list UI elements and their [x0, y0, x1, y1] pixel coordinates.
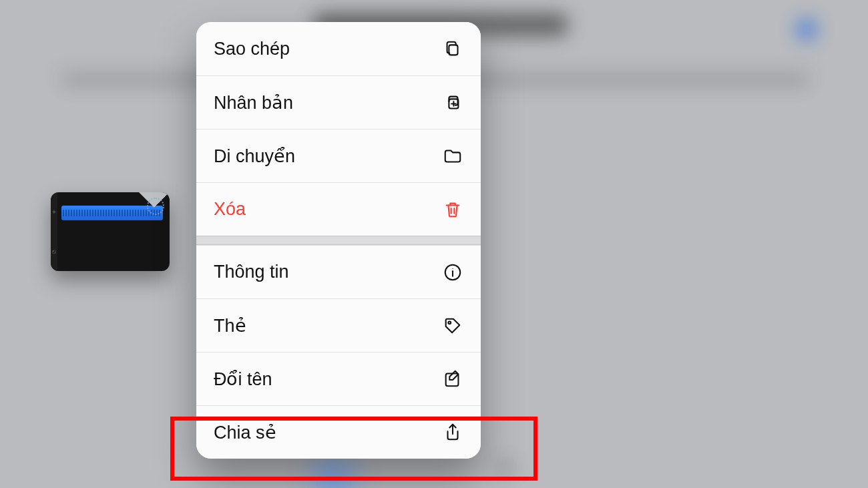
- menu-item-label: Di chuyển: [214, 146, 295, 167]
- menu-item-label: Thẻ: [214, 315, 246, 336]
- context-menu: Sao chép Nhân bản Di chuyển Xóa Thông ti…: [196, 22, 481, 459]
- menu-item-tag[interactable]: Thẻ: [196, 298, 481, 352]
- menu-item-duplicate[interactable]: Nhân bản: [196, 75, 481, 129]
- menu-item-rename[interactable]: Đổi tên: [196, 352, 481, 405]
- menu-item-label: Chia sẻ: [214, 422, 276, 443]
- menu-separator: [196, 236, 481, 245]
- tag-icon: [442, 315, 463, 336]
- menu-item-label: Nhân bản: [214, 92, 293, 113]
- share-icon: [442, 422, 463, 443]
- menu-item-label: Sao chép: [214, 39, 290, 59]
- rename-icon: [442, 369, 463, 390]
- duplicate-icon: [442, 92, 463, 113]
- thumbnail-side-controls: +⎋: [51, 192, 57, 271]
- trash-icon: [442, 199, 463, 220]
- menu-item-label: Xóa: [214, 199, 246, 220]
- svg-point-4: [448, 321, 451, 324]
- project-thumbnail[interactable]: +⎋: [51, 192, 170, 271]
- waveform-preview: [63, 210, 160, 216]
- svg-point-3: [452, 268, 453, 268]
- menu-item-copy[interactable]: Sao chép: [196, 22, 481, 75]
- folder-icon: [442, 146, 463, 167]
- menu-item-delete[interactable]: Xóa: [196, 182, 481, 236]
- menu-item-info[interactable]: Thông tin: [196, 245, 481, 298]
- info-icon: [442, 262, 463, 283]
- menu-item-label: Đổi tên: [214, 369, 272, 390]
- sync-indicator-icon: [147, 198, 164, 215]
- menu-item-move[interactable]: Di chuyển: [196, 129, 481, 182]
- menu-item-share[interactable]: Chia sẻ: [196, 405, 481, 459]
- menu-item-label: Thông tin: [214, 262, 289, 282]
- svg-rect-0: [449, 45, 457, 55]
- copy-icon: [442, 38, 463, 59]
